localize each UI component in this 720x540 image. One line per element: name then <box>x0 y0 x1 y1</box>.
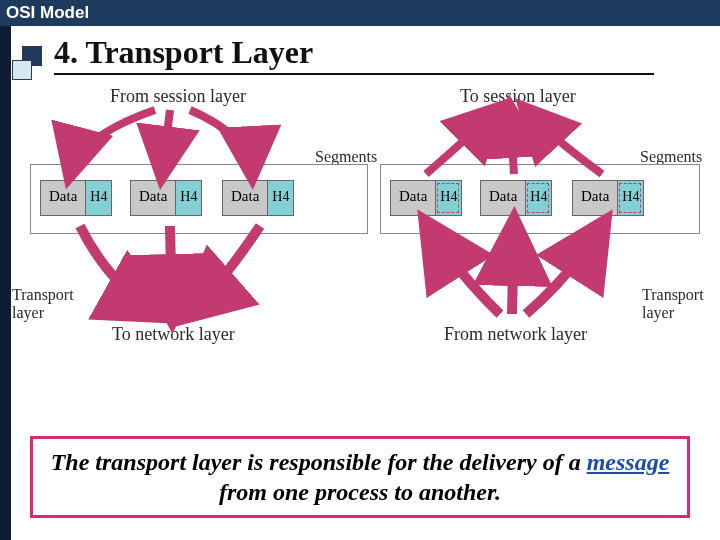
left-rail <box>0 26 11 540</box>
segment-data: Data <box>223 181 267 215</box>
segment-data: Data <box>481 181 525 215</box>
segment-data: Data <box>573 181 617 215</box>
label-to-session: To session layer <box>460 86 576 107</box>
segment-data: Data <box>131 181 175 215</box>
note-post: from one process to another. <box>219 479 501 505</box>
page-heading: 4. Transport Layer <box>54 34 654 75</box>
label-to-network: To network layer <box>112 324 235 345</box>
segment-right-2: Data H4 <box>480 180 552 216</box>
segment-header: H4 <box>435 181 461 215</box>
segment-data: Data <box>391 181 435 215</box>
note-pre: The transport layer is responsible for t… <box>51 449 587 475</box>
label-from-session: From session layer <box>110 86 246 107</box>
segment-header: H4 <box>267 181 293 215</box>
segment-right-1: Data H4 <box>390 180 462 216</box>
title-bar: OSI Model <box>0 0 720 26</box>
label-transport-right: Transport layer <box>642 286 704 321</box>
diagram: From session layer To session layer Segm… <box>40 86 704 381</box>
segment-header: H4 <box>175 181 201 215</box>
summary-note: The transport layer is responsible for t… <box>30 436 690 518</box>
segment-right-3: Data H4 <box>572 180 644 216</box>
segment-header: H4 <box>525 181 551 215</box>
label-from-network: From network layer <box>444 324 587 345</box>
segment-left-3: Data H4 <box>222 180 294 216</box>
heading-row: 4. Transport Layer <box>0 26 720 80</box>
bullet-icon <box>12 44 48 80</box>
segment-left-2: Data H4 <box>130 180 202 216</box>
segment-left-1: Data H4 <box>40 180 112 216</box>
label-transport-left: Transport layer <box>12 286 74 321</box>
segment-header: H4 <box>617 181 643 215</box>
segment-data: Data <box>41 181 85 215</box>
note-keyword: message <box>587 449 670 475</box>
segment-header: H4 <box>85 181 111 215</box>
